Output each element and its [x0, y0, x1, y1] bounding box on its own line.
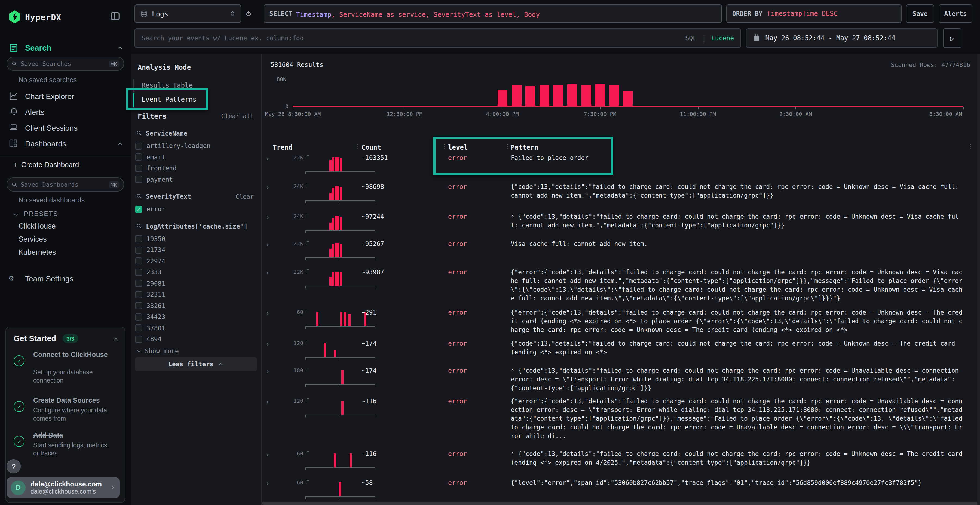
filter-value-label[interactable]: 33261 — [146, 302, 165, 310]
sidebar-item-preset-services[interactable]: Services — [19, 235, 47, 243]
cell-pattern[interactable]: Failed to place order — [511, 154, 965, 163]
filter-checkbox-row[interactable]: 32311 — [130, 289, 261, 300]
filter-checkbox-row[interactable]: 33261 — [130, 300, 261, 311]
row-expand-chevron-icon[interactable]: › — [265, 213, 270, 221]
filter-checkbox-row[interactable]: email — [130, 152, 261, 163]
cell-pattern[interactable]: {"error":{"code":13,"details":"failed to… — [511, 397, 965, 441]
row-expand-chevron-icon[interactable]: › — [265, 183, 270, 192]
checkbox-unchecked[interactable] — [135, 336, 142, 343]
filter-value-label[interactable]: payment — [146, 176, 173, 183]
select-query-input[interactable]: SELECT Timestamp, ServiceName as service… — [264, 4, 722, 23]
filter-value-label[interactable]: error — [146, 205, 165, 213]
filter-value-label[interactable]: artillery-loadgen — [146, 142, 210, 150]
sidebar-item-team-settings[interactable]: Team Settings — [25, 274, 73, 283]
col-header-level[interactable]: level — [448, 144, 468, 151]
cell-pattern[interactable]: ˣ {"code":13,"details":"failed to charge… — [511, 450, 965, 467]
cell-pattern[interactable]: Visa cache full: cannot add new item. — [511, 240, 965, 249]
lucene-toggle[interactable]: Lucene — [711, 34, 734, 42]
save-button[interactable]: Save — [906, 4, 934, 23]
filter-checkbox-row[interactable]: artillery-loadgen — [130, 140, 261, 152]
mode-results-table[interactable]: Results Table — [142, 82, 193, 89]
sidebar-item-preset-clickhouse[interactable]: ClickHouse — [19, 222, 56, 230]
presets-chevron-down-icon[interactable] — [13, 212, 19, 218]
sql-toggle[interactable]: SQL — [685, 34, 697, 42]
filter-value-label[interactable]: 32311 — [146, 291, 165, 299]
sidebar-collapse-icon[interactable] — [110, 11, 120, 21]
help-button[interactable]: ? — [6, 459, 21, 473]
create-dashboard-button[interactable]: + Create Dashboard — [13, 160, 79, 169]
filter-checkbox-row[interactable]: 34423 — [130, 311, 261, 322]
time-range-picker[interactable]: May 26 08:52:44 - May 27 08:52:44 — [746, 28, 937, 48]
sidebar-item-search[interactable]: Search — [25, 43, 51, 52]
filter-group-clear-link[interactable]: Clear — [236, 193, 254, 200]
filter-group-name[interactable]: ServiceName — [146, 130, 187, 137]
checkbox-unchecked[interactable] — [135, 280, 142, 287]
checkbox-checked[interactable]: ✓ — [135, 206, 142, 213]
column-grip-icon[interactable]: ⋮ — [505, 143, 510, 150]
checkbox-unchecked[interactable] — [135, 269, 142, 276]
filter-value-label[interactable]: 34423 — [146, 313, 165, 321]
checkbox-unchecked[interactable] — [135, 143, 142, 150]
clear-all-link[interactable]: Clear all — [221, 113, 254, 120]
row-expand-chevron-icon[interactable]: › — [265, 340, 270, 348]
run-query-button[interactable]: ▷ — [943, 28, 961, 48]
filter-value-label[interactable]: 19350 — [146, 235, 165, 243]
cell-pattern[interactable]: {"error":{"code":13,"details":"failed to… — [511, 308, 965, 335]
order-by-input[interactable]: ORDER BY TimestampTime DESC — [726, 4, 902, 23]
sidebar-item-dashboards[interactable]: Dashboards — [25, 139, 66, 148]
row-expand-chevron-icon[interactable]: › — [265, 268, 270, 277]
mode-event-patterns[interactable]: Event Patterns — [142, 96, 197, 103]
column-grip-icon[interactable]: ⋮ — [442, 143, 447, 150]
row-expand-chevron-icon[interactable]: › — [265, 479, 270, 488]
user-menu[interactable]: D dale@clickhouse.com dale@clickhouse.co… — [6, 477, 120, 499]
filter-checkbox-row[interactable]: 37801 — [130, 322, 261, 333]
row-expand-chevron-icon[interactable]: › — [265, 450, 270, 459]
cell-pattern[interactable]: ˣ {"code":13,"details":"failed to charge… — [511, 213, 965, 230]
filter-value-label[interactable]: 2333 — [146, 268, 161, 276]
sidebar-item-alerts[interactable]: Alerts — [25, 108, 45, 116]
filter-group-name[interactable]: LogAttributes['cache.size'] — [146, 222, 248, 230]
column-grip-icon[interactable]: ⋮ — [355, 143, 360, 150]
checkbox-unchecked[interactable] — [135, 302, 142, 310]
sidebar-item-preset-kubernetes[interactable]: Kubernetes — [19, 248, 56, 256]
cell-pattern[interactable]: {"code":13,"details":"failed to charge c… — [511, 340, 965, 357]
row-expand-chevron-icon[interactable]: › — [265, 240, 270, 249]
filter-checkbox-row[interactable]: 19350 — [130, 233, 261, 245]
col-header-pattern[interactable]: Pattern — [511, 144, 538, 151]
row-expand-chevron-icon[interactable]: › — [265, 308, 270, 317]
filter-value-label[interactable]: 29081 — [146, 280, 165, 287]
checkbox-unchecked[interactable] — [135, 313, 142, 321]
col-header-count[interactable]: Count — [361, 144, 381, 151]
cell-pattern[interactable]: {"level":"error","span_id":"53060b827c62… — [511, 479, 965, 488]
get-started-collapse-chevron-icon[interactable] — [113, 336, 119, 343]
sidebar-item-chart-explorer[interactable]: Chart Explorer — [25, 92, 74, 101]
dashboards-collapse-chevron-icon[interactable] — [116, 141, 123, 148]
filter-value-label[interactable]: 4894 — [146, 335, 161, 343]
table-options-icon[interactable]: ⋮ — [967, 143, 973, 150]
filter-group-name[interactable]: SeverityText — [146, 193, 191, 200]
search-input[interactable] — [142, 29, 680, 48]
filter-checkbox-row[interactable]: ✓error — [130, 203, 261, 215]
checkbox-unchecked[interactable] — [135, 325, 142, 332]
filter-value-label[interactable]: 22974 — [146, 257, 165, 265]
cell-pattern[interactable]: {"code":13,"details":"failed to charge c… — [511, 183, 965, 200]
checkbox-unchecked[interactable] — [135, 246, 142, 254]
less-filters-button[interactable]: Less filters — [135, 357, 257, 371]
filter-value-label[interactable]: frontend — [146, 165, 177, 172]
checkbox-unchecked[interactable] — [135, 165, 142, 172]
show-more-link[interactable]: Show more — [136, 347, 179, 354]
checkbox-unchecked[interactable] — [135, 258, 142, 265]
filter-checkbox-row[interactable]: 2333 — [130, 267, 261, 278]
filter-checkbox-row[interactable]: payment — [130, 174, 261, 185]
checkbox-unchecked[interactable] — [135, 291, 142, 298]
row-expand-chevron-icon[interactable]: › — [265, 154, 270, 163]
checkbox-unchecked[interactable] — [135, 176, 142, 183]
row-expand-chevron-icon[interactable]: › — [265, 367, 270, 375]
source-select[interactable]: Logs — [134, 4, 241, 23]
filter-checkbox-row[interactable]: frontend — [130, 163, 261, 174]
filter-value-label[interactable]: email — [146, 154, 165, 161]
cell-pattern[interactable]: {"error":{"code":13,"details":"failed to… — [511, 268, 965, 303]
filter-checkbox-row[interactable]: 22974 — [130, 256, 261, 267]
filter-value-label[interactable]: 37801 — [146, 324, 165, 332]
alerts-button[interactable]: Alerts — [939, 4, 972, 23]
